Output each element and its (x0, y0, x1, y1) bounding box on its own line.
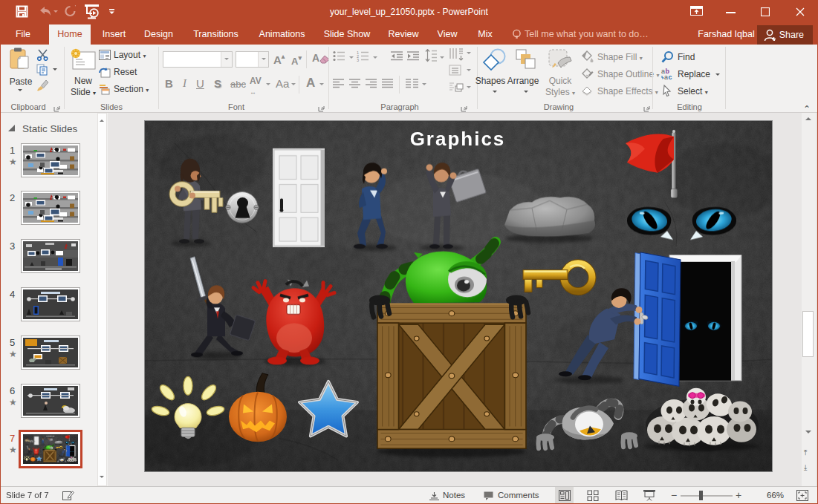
svg-text:c: c (669, 73, 672, 80)
svg-text:a: a (664, 73, 668, 80)
svg-text:3: 3 (357, 58, 359, 62)
